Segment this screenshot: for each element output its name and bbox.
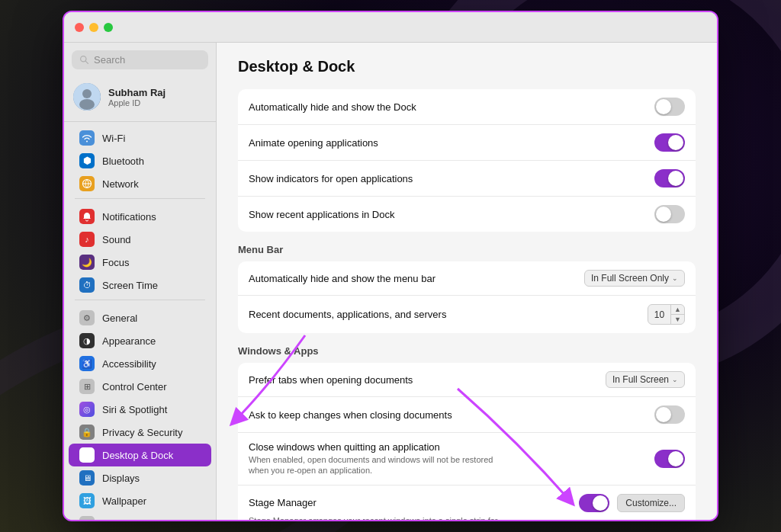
auto-hide-dock-row: Automatically hide and show the Dock bbox=[238, 89, 696, 125]
sidebar-item-wifi[interactable]: Wi-Fi bbox=[69, 127, 211, 149]
stage-manager-label: Stage Manager bbox=[249, 497, 579, 508]
sidebar-item-label-screentime: Screen Time bbox=[102, 280, 158, 291]
sidebar-network-group: Wi-Fi ⬢ Bluetooth bbox=[64, 127, 216, 195]
sidebar-item-controlcenter[interactable]: ⊞ Control Center bbox=[69, 375, 211, 398]
stage-manager-row: Stage Manager Customize... Stage Manager… bbox=[238, 486, 696, 520]
chevron-icon-2: ⌄ bbox=[672, 376, 678, 383]
sidebar-item-displays[interactable]: 🖥 Displays bbox=[69, 466, 211, 489]
sidebar-item-label-privacy: Privacy & Security bbox=[102, 427, 182, 438]
sidebar-item-label-appearance: Appearance bbox=[102, 335, 156, 347]
dock-settings-group: Automatically hide and show the Dock Ani… bbox=[238, 89, 696, 232]
sidebar-item-label-controlcenter: Control Center bbox=[102, 381, 167, 393]
auto-hide-menu-select[interactable]: In Full Screen Only ⌄ bbox=[584, 270, 685, 287]
stage-manager-sublabel: Stage Manager arranges your recent windo… bbox=[249, 515, 508, 520]
desktop-icon bbox=[79, 447, 95, 463]
sidebar-item-label-accessibility: Accessibility bbox=[102, 358, 156, 370]
menubar-section-label: Menu Bar bbox=[238, 244, 696, 255]
search-placeholder: Search bbox=[94, 54, 125, 66]
sidebar-item-label-screensaver: Screen Saver bbox=[102, 518, 162, 521]
traffic-lights bbox=[75, 23, 113, 32]
svg-rect-7 bbox=[82, 451, 92, 457]
sidebar-item-label-wallpaper: Wallpaper bbox=[102, 495, 146, 507]
accessibility-icon: ♿ bbox=[79, 356, 95, 371]
sidebar-item-focus[interactable]: 🌙 Focus bbox=[69, 251, 211, 274]
sidebar-item-screentime[interactable]: ⏱ Screen Time bbox=[69, 274, 211, 296]
show-indicators-toggle[interactable] bbox=[654, 169, 685, 187]
show-recent-row: Show recent applications in Dock bbox=[238, 197, 696, 232]
show-indicators-label: Show indicators for open applications bbox=[249, 173, 654, 184]
titlebar bbox=[64, 12, 717, 43]
sidebar-item-desktop[interactable]: Desktop & Dock bbox=[69, 444, 211, 466]
show-indicators-row: Show indicators for open applications bbox=[238, 161, 696, 197]
avatar bbox=[73, 83, 101, 111]
ask-changes-label: Ask to keep changes when closing documen… bbox=[249, 409, 654, 421]
prefer-tabs-value: In Full Screen bbox=[612, 374, 669, 385]
system-preferences-window: Search Subham Raj Apple ID bbox=[63, 11, 718, 521]
maximize-button[interactable] bbox=[104, 23, 113, 32]
sidebar: Search Subham Raj Apple ID bbox=[64, 43, 217, 520]
close-windows-row: Close windows when quitting an applicati… bbox=[238, 433, 696, 486]
sidebar-item-label-bluetooth: Bluetooth bbox=[102, 155, 144, 167]
minimize-button[interactable] bbox=[89, 23, 98, 32]
close-button[interactable] bbox=[75, 23, 84, 32]
show-recent-toggle[interactable] bbox=[654, 205, 685, 223]
privacy-icon: 🔒 bbox=[79, 425, 95, 440]
customize-button[interactable]: Customize... bbox=[617, 494, 685, 512]
sound-icon: ♪ bbox=[79, 232, 95, 247]
sidebar-item-privacy[interactable]: 🔒 Privacy & Security bbox=[69, 421, 211, 444]
close-windows-sublabel: When enabled, open documents and windows… bbox=[249, 454, 508, 476]
screensaver-icon: ✦ bbox=[79, 516, 95, 520]
menubar-settings-group: Automatically hide and show the menu bar… bbox=[238, 261, 696, 333]
show-recent-label: Show recent applications in Dock bbox=[249, 209, 654, 220]
sidebar-item-appearance[interactable]: ◑ Appearance bbox=[69, 329, 211, 352]
sidebar-item-general[interactable]: ⚙ General bbox=[69, 306, 211, 329]
notifications-icon bbox=[79, 209, 95, 224]
general-icon: ⚙ bbox=[79, 310, 95, 325]
search-icon bbox=[79, 55, 89, 65]
sidebar-item-accessibility[interactable]: ♿ Accessibility bbox=[69, 352, 211, 375]
auto-hide-dock-toggle[interactable] bbox=[654, 98, 685, 116]
sidebar-item-label-wifi: Wi-Fi bbox=[102, 133, 125, 144]
search-bar[interactable]: Search bbox=[72, 50, 208, 69]
sidebar-item-label-general: General bbox=[102, 312, 137, 324]
user-subtitle: Apple ID bbox=[108, 98, 166, 107]
ask-changes-toggle[interactable] bbox=[654, 405, 685, 424]
auto-hide-menu-value: In Full Screen Only bbox=[591, 273, 669, 284]
stepper-down[interactable]: ▼ bbox=[671, 315, 684, 324]
window-content: Search Subham Raj Apple ID bbox=[64, 43, 717, 520]
stage-manager-toggle[interactable] bbox=[579, 494, 609, 512]
sidebar-divider-2 bbox=[75, 300, 205, 300]
sidebar-item-wallpaper[interactable]: 🖼 Wallpaper bbox=[69, 489, 211, 512]
svg-point-3 bbox=[82, 89, 92, 98]
stepper-up[interactable]: ▲ bbox=[671, 305, 684, 315]
sidebar-item-label-notifications: Notifications bbox=[102, 211, 156, 223]
appearance-icon: ◑ bbox=[79, 333, 95, 348]
close-windows-toggle[interactable] bbox=[654, 450, 685, 468]
sidebar-system-group: Notifications ♪ Sound 🌙 Focus ⏱ bbox=[64, 205, 216, 296]
sidebar-item-sound[interactable]: ♪ Sound bbox=[69, 228, 211, 251]
user-section[interactable]: Subham Raj Apple ID bbox=[64, 77, 216, 122]
screentime-icon: ⏱ bbox=[79, 277, 95, 293]
sidebar-item-notifications[interactable]: Notifications bbox=[69, 205, 211, 228]
sidebar-item-label-sound: Sound bbox=[102, 234, 131, 245]
recent-docs-stepper[interactable]: 10 ▲ ▼ bbox=[648, 304, 685, 325]
focus-icon: 🌙 bbox=[79, 255, 95, 270]
wallpaper-icon: 🖼 bbox=[79, 493, 95, 508]
sidebar-item-bluetooth[interactable]: ⬢ Bluetooth bbox=[69, 149, 211, 172]
sidebar-item-label-network: Network bbox=[102, 178, 139, 190]
prefer-tabs-label: Prefer tabs when opening documents bbox=[249, 374, 606, 386]
sidebar-item-screensaver[interactable]: ✦ Screen Saver bbox=[69, 512, 211, 520]
wifi-icon bbox=[79, 130, 95, 146]
animate-apps-toggle[interactable] bbox=[654, 133, 685, 152]
user-name: Subham Raj bbox=[108, 87, 166, 98]
auto-hide-dock-label: Automatically hide and show the Dock bbox=[249, 101, 654, 113]
controlcenter-icon: ⊞ bbox=[79, 379, 95, 394]
prefer-tabs-row: Prefer tabs when opening documents In Fu… bbox=[238, 363, 696, 397]
stage-row-controls: Customize... bbox=[579, 494, 685, 512]
network-icon bbox=[79, 176, 95, 191]
sidebar-item-network[interactable]: Network bbox=[69, 172, 211, 195]
sidebar-item-siri[interactable]: ◎ Siri & Spotlight bbox=[69, 398, 211, 421]
user-info: Subham Raj Apple ID bbox=[108, 87, 166, 107]
prefer-tabs-select[interactable]: In Full Screen ⌄ bbox=[606, 371, 685, 388]
windows-settings-group: Prefer tabs when opening documents In Fu… bbox=[238, 363, 696, 520]
